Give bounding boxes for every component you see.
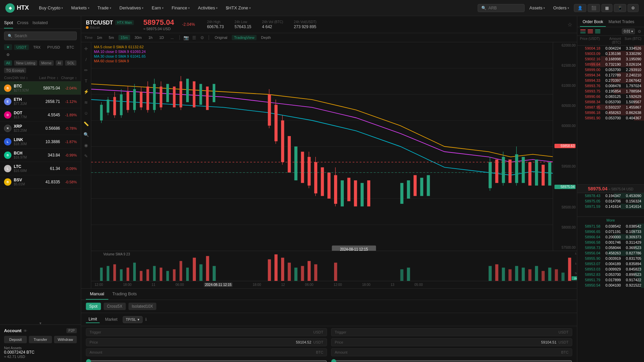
- ask-row[interactable]: 58988.340.0537001.509567: [577, 99, 644, 105]
- ask-row[interactable]: 58993.750.1958541.788584: [577, 88, 644, 94]
- nav-earn[interactable]: Earn ▾: [148, 3, 167, 12]
- ob-view-both[interactable]: [580, 29, 586, 34]
- tab-isolated[interactable]: Isolated: [33, 19, 48, 28]
- buy-price-input[interactable]: Price 59104.52 USDT: [86, 338, 327, 346]
- sidebar-cat-all[interactable]: All: [4, 60, 12, 66]
- logo[interactable]: ◈ HTX: [5, 3, 29, 13]
- buy-slider[interactable]: [86, 358, 327, 362]
- ob-more-button[interactable]: More: [577, 217, 644, 224]
- bid-row[interactable]: 58951.790.0178990.917422: [577, 277, 644, 283]
- exchange-badge[interactable]: HTX Main: [115, 20, 134, 25]
- ask-row[interactable]: 58986.180.4582630.862638: [577, 110, 644, 115]
- zoom-tool[interactable]: 🔍: [83, 131, 90, 138]
- ask-row[interactable]: 58994.330.2703972.067642: [577, 78, 644, 83]
- text-tool[interactable]: T: [83, 77, 90, 84]
- time-1d[interactable]: 1D: [157, 35, 166, 40]
- tp-sl-select[interactable]: TP/SL ▾: [123, 316, 143, 323]
- list-icon[interactable]: ☰: [191, 35, 197, 41]
- trend-line-tool[interactable]: /: [83, 56, 90, 63]
- bid-row[interactable]: 58956.040.4582630.827786: [577, 250, 644, 256]
- list-item[interactable]: B BSV $5.01M 41.8335 -0.58%: [0, 175, 81, 189]
- nav-finance[interactable]: Finance ▾: [168, 3, 193, 12]
- time-more[interactable]: ...: [168, 35, 176, 40]
- ask-row[interactable]: 58990.660.0831251.592629: [577, 94, 644, 99]
- nav-mobile[interactable]: 📱: [614, 4, 626, 12]
- ask-row[interactable]: 58994.340.1727892.240210: [577, 72, 644, 78]
- pattern-tool[interactable]: ⚡: [83, 88, 90, 95]
- favorite-icon[interactable]: ☆: [568, 21, 572, 28]
- tab-manual[interactable]: Manual: [86, 289, 108, 300]
- draw-tool[interactable]: ✏: [83, 66, 90, 74]
- sidebar-cat-ai[interactable]: AI: [56, 60, 63, 66]
- ask-row[interactable]: 58987.950.5932371.455867: [577, 105, 644, 110]
- ask-row[interactable]: 58999.640.7321903.026104: [577, 62, 644, 67]
- bid-row[interactable]: 58966.650.0711910.109733: [577, 229, 644, 234]
- ask-row[interactable]: 59002.160.1689983.195090: [577, 56, 644, 62]
- tab-market-trades[interactable]: Market Trades: [606, 17, 637, 27]
- list-item[interactable]: B BTC $273.92M 58975.04 -2.04%: [0, 81, 81, 95]
- bid-row[interactable]: 58971.580.0385420.038542: [577, 224, 644, 229]
- time-30m[interactable]: 30m: [132, 35, 144, 40]
- list-item[interactable]: B BCH $16.97M 343.84 -0.99%: [0, 148, 81, 162]
- buy-amount-input[interactable]: Amount BTC: [86, 348, 327, 356]
- bid-row[interactable]: 58971.590.1416140.141614: [577, 204, 644, 209]
- bid-row[interactable]: 58966.580.0017460.311429: [577, 240, 644, 245]
- eye-icon[interactable]: 👁: [23, 329, 27, 333]
- edit-tool[interactable]: ✎: [83, 152, 90, 160]
- sidebar-filter-trx[interactable]: TRX: [31, 45, 43, 50]
- sidebar-scroll-arrow[interactable]: ▼: [0, 322, 81, 324]
- sell-price-input[interactable]: Price 59104.51 USDT: [331, 338, 572, 346]
- nav-layout[interactable]: ▦: [601, 4, 612, 12]
- bid-row[interactable]: 58953.070.0041890.835894: [577, 261, 644, 266]
- settings-icon[interactable]: ⚙: [199, 35, 205, 41]
- ask-row[interactable]: 59003.090.1351983.330290: [577, 51, 644, 56]
- nav-markets[interactable]: Markets ▾: [68, 3, 93, 12]
- spot-tab-isolated[interactable]: Isolated10X: [128, 303, 156, 310]
- ob-view-bids[interactable]: [595, 29, 601, 34]
- list-item[interactable]: ✕ XRP $23.25M 0.56686 -0.78%: [0, 122, 81, 135]
- sidebar-filter-usdt[interactable]: USDT: [14, 45, 29, 50]
- measure-tool[interactable]: 📏: [83, 120, 90, 127]
- search-input[interactable]: [488, 6, 522, 10]
- sidebar-filter-favorites[interactable]: ★: [4, 44, 12, 50]
- nav-avatar[interactable]: 👤: [574, 4, 586, 12]
- deposit-button[interactable]: Deposit: [4, 336, 27, 343]
- tab-order-book[interactable]: Order Book: [580, 17, 606, 27]
- time-15m[interactable]: 15m: [118, 35, 130, 40]
- nav-toggle[interactable]: ⬛: [588, 4, 600, 12]
- sidebar-cat-tg[interactable]: TG Ecosys: [4, 68, 26, 73]
- buy-range-input[interactable]: [86, 359, 327, 362]
- order-type-limit[interactable]: Limit: [86, 316, 100, 323]
- sidebar-cat-meme[interactable]: Meme: [39, 60, 54, 66]
- view-tradingview[interactable]: TradingView: [232, 35, 257, 40]
- search-bar[interactable]: 🔍: [478, 4, 525, 12]
- nav-trade[interactable]: Trade ▾: [94, 3, 115, 12]
- emoji-tool[interactable]: ☺: [83, 109, 90, 117]
- spot-tab-spot[interactable]: Spot: [86, 303, 101, 310]
- list-item[interactable]: E ETH $77.31M 2658.71 -1.12%: [0, 95, 81, 108]
- tab-cross[interactable]: Cross: [17, 19, 29, 28]
- ask-row[interactable]: 59004.180.0042243.334526: [577, 46, 644, 51]
- p2p-badge[interactable]: P2P: [66, 328, 77, 333]
- sidebar-filter-btc[interactable]: BTC: [64, 45, 76, 50]
- transfer-button[interactable]: Transfer: [29, 336, 52, 343]
- bid-row[interactable]: 58950.540.0041000.921522: [577, 283, 644, 288]
- list-item[interactable]: L LTC $16.68M 61.34 -0.09%: [0, 162, 81, 175]
- tab-spot[interactable]: Spot: [4, 19, 13, 28]
- sidebar-cat-new-listing[interactable]: New Listing: [14, 60, 37, 66]
- nav-htx-zone[interactable]: $HTX Zone ▾: [222, 3, 254, 12]
- nav-assets[interactable]: Assets ▾: [526, 3, 548, 12]
- view-depth[interactable]: Depth: [259, 35, 273, 40]
- spot-tab-cross[interactable]: Cross5X: [104, 303, 126, 310]
- withdraw-button[interactable]: Withdraw: [54, 336, 77, 343]
- bid-row[interactable]: 58978.430.1943470.453090: [577, 193, 644, 198]
- nav-buy-crypto[interactable]: Buy Crypto ▾: [36, 3, 66, 12]
- bid-row[interactable]: 58958.730.0580440.369523: [577, 245, 644, 250]
- info-icon[interactable]: ℹ: [145, 317, 147, 322]
- screenshot-icon[interactable]: 📷: [183, 35, 189, 41]
- sidebar-cat-sol[interactable]: SOL: [65, 60, 76, 66]
- nav-activities[interactable]: Activities ▾: [195, 3, 221, 12]
- ob-view-asks[interactable]: [587, 29, 593, 34]
- sidebar-filter-pyusd[interactable]: PYUSD: [45, 45, 62, 50]
- time-1h[interactable]: 1h: [146, 35, 155, 40]
